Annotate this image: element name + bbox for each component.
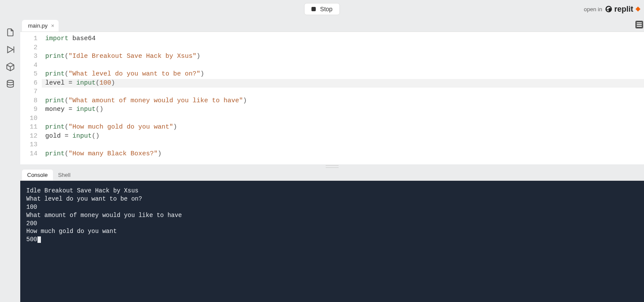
- open-in-replit[interactable]: open in replit: [584, 0, 640, 18]
- tab-main-py[interactable]: main.py ×: [22, 20, 59, 31]
- close-icon[interactable]: ×: [51, 22, 55, 29]
- sidebar: [0, 18, 20, 302]
- console-line: 500: [26, 236, 638, 244]
- run-icon[interactable]: [6, 45, 15, 54]
- code-content[interactable]: import base64 print("Idle Breakout Save …: [42, 32, 644, 164]
- code-editor[interactable]: 1234567891011121314 import base64 print(…: [20, 32, 644, 164]
- diamond-icon: [635, 6, 640, 11]
- console-output[interactable]: Idle Breakout Save Hack by XsusWhat leve…: [20, 181, 644, 302]
- console-line: What level do you want to be on?: [26, 195, 638, 203]
- cursor-icon: [37, 236, 41, 243]
- hamburger-icon[interactable]: [635, 21, 643, 28]
- console-line: 200: [26, 220, 638, 228]
- topbar: Stop open in replit: [0, 0, 644, 18]
- console-line: How much gold do you want: [26, 227, 638, 236]
- svg-point-2: [7, 80, 13, 83]
- console-tabs: Console Shell: [20, 168, 644, 181]
- editor-tabs: main.py ×: [20, 18, 644, 32]
- package-icon[interactable]: [6, 62, 15, 72]
- main-area: main.py × 1234567891011121314 import bas…: [20, 18, 644, 302]
- brand-text: replit: [614, 5, 633, 14]
- database-icon[interactable]: [6, 79, 15, 89]
- stop-icon: [311, 7, 316, 11]
- workspace: main.py × 1234567891011121314 import bas…: [0, 18, 644, 302]
- tab-label: main.py: [28, 22, 48, 29]
- tab-shell[interactable]: Shell: [53, 170, 76, 180]
- line-gutter: 1234567891011121314: [20, 32, 42, 164]
- tab-console[interactable]: Console: [22, 170, 53, 180]
- open-in-label: open in: [584, 6, 602, 13]
- stop-label: Stop: [320, 6, 333, 13]
- panel-splitter[interactable]: [20, 164, 644, 168]
- console-line: 100: [26, 203, 638, 211]
- console-line: Idle Breakout Save Hack by Xsus: [26, 187, 638, 195]
- replit-mark-icon: [605, 5, 613, 13]
- console-line: What amount of money would you like to h…: [26, 211, 638, 220]
- replit-logo: replit: [605, 5, 640, 14]
- file-icon[interactable]: [6, 28, 15, 37]
- stop-button[interactable]: Stop: [304, 3, 340, 15]
